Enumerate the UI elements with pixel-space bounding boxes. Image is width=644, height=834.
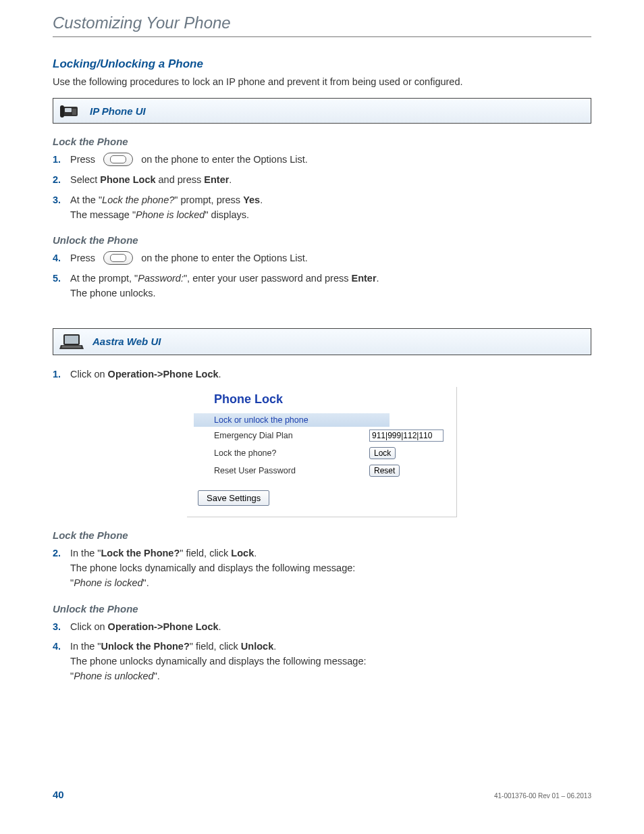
emergency-dial-label: Emergency Dial Plan [214, 431, 369, 440]
step-number: 3. [53, 193, 65, 208]
laptop-icon [59, 332, 84, 352]
step-italic: Phone is locked [74, 577, 142, 588]
step-bold: Unlock [241, 641, 273, 652]
ip-phone-ui-banner: IP Phone UI [53, 98, 591, 124]
step-text: ", enter your user password and press [184, 273, 352, 284]
step-text: The phone unlocks. [70, 286, 591, 301]
step-1: 1. Press on the phone to enter the Optio… [53, 153, 591, 167]
step-text: Click on [70, 621, 108, 632]
web-step-1: 1. Click on Operation->Phone Lock. [53, 367, 591, 382]
options-key-icon [103, 153, 133, 166]
panel-title: Phone Lock [194, 387, 450, 413]
step-2: 2. Select Phone Lock and press Enter. [53, 173, 591, 188]
step-text: " prompt, press [174, 194, 243, 205]
panel-subtitle: Lock or unlock the phone [194, 413, 390, 427]
step-bold: Phone Lock [100, 174, 155, 185]
step-number: 2. [53, 546, 65, 561]
lock-phone-label: Lock the phone? [214, 448, 369, 458]
step-italic: Phone is locked [136, 209, 205, 220]
step-text: Click on [70, 369, 108, 380]
step-number: 4. [53, 251, 65, 266]
step-text: " displays. [205, 209, 249, 220]
reset-password-label: Reset User Password [214, 466, 369, 475]
step-text: Press [70, 154, 95, 165]
page-footer: 40 41-001376-00 Rev 01 – 06.2013 [53, 789, 591, 800]
chapter-title: Customizing Your Phone [53, 14, 591, 37]
svg-rect-2 [60, 105, 64, 118]
reset-password-row: Reset User Password Reset [194, 462, 450, 479]
ip-phone-ui-label: IP Phone UI [90, 105, 146, 117]
web-unlock-heading: Unlock the Phone [53, 603, 591, 615]
step-text: The phone locks dynamically and displays… [70, 561, 591, 576]
step-text: The message " [70, 209, 136, 220]
emergency-dial-input[interactable] [369, 429, 444, 442]
step-text: In the " [70, 548, 101, 558]
lock-button[interactable]: Lock [369, 447, 396, 459]
step-text: " field, click [180, 548, 231, 558]
step-text: ". [143, 577, 149, 588]
step-text: . [260, 194, 263, 205]
web-lock-heading: Lock the Phone [53, 529, 591, 541]
section-heading: Locking/Unlocking a Phone [53, 57, 591, 71]
step-number: 1. [53, 367, 65, 382]
svg-rect-5 [65, 336, 78, 344]
lock-phone-row: Lock the phone? Lock [194, 444, 450, 462]
web-step-3: 3. Click on Operation->Phone Lock. [53, 620, 591, 635]
step-text: . [254, 548, 257, 558]
step-text: . [273, 641, 276, 652]
step-bold: Enter [204, 174, 229, 185]
step-text: Press [70, 253, 95, 263]
step-text: and press [156, 174, 205, 185]
step-text: " field, click [190, 641, 241, 652]
step-4: 4. Press on the phone to enter the Optio… [53, 251, 591, 266]
step-text: on the phone to enter the Options List. [141, 253, 308, 263]
step-bold: Operation->Phone Lock [108, 621, 219, 632]
step-bold: Yes [243, 194, 260, 205]
step-text: The phone unlocks dynamically and displa… [70, 654, 591, 669]
web-step-2: 2. In the "Lock the Phone?" field, click… [53, 546, 591, 590]
step-number: 3. [53, 620, 65, 635]
options-key-icon [103, 251, 133, 265]
step-italic: Lock the phone? [102, 194, 174, 205]
step-text: ". [154, 671, 160, 681]
web-ui-label: Aastra Web UI [92, 336, 161, 347]
svg-rect-3 [72, 109, 76, 115]
step-number: 2. [53, 173, 65, 188]
reset-button[interactable]: Reset [369, 465, 400, 477]
step-text: on the phone to enter the Options List. [141, 154, 308, 165]
web-step-4: 4. In the "Unlock the Phone?" field, cli… [53, 640, 591, 683]
step-italic: Password: [138, 273, 184, 284]
step-text: Select [70, 174, 100, 185]
step-bold: Operation->Phone Lock [108, 369, 219, 380]
svg-rect-6 [62, 346, 81, 348]
lock-phone-heading: Lock the Phone [53, 136, 591, 147]
emergency-dial-row: Emergency Dial Plan [194, 427, 450, 444]
step-number: 1. [53, 153, 65, 167]
step-bold: Enter [352, 273, 377, 284]
step-bold: Unlock the Phone? [101, 641, 189, 652]
svg-rect-1 [65, 108, 72, 112]
step-text: . [219, 369, 221, 380]
page-number: 40 [53, 789, 64, 800]
save-settings-button[interactable]: Save Settings [198, 490, 269, 506]
phone-lock-panel: Phone Lock Lock or unlock the phone Emer… [187, 387, 457, 517]
phone-icon [59, 101, 82, 120]
step-bold: Lock the Phone? [101, 548, 180, 558]
step-text: . [229, 174, 232, 185]
step-text: At the prompt, " [70, 273, 138, 284]
step-text: . [377, 273, 379, 284]
step-text: At the " [70, 194, 102, 205]
step-5: 5. At the prompt, "Password:", enter you… [53, 271, 591, 301]
step-text: . [219, 621, 221, 632]
revision-text: 41-001376-00 Rev 01 – 06.2013 [494, 792, 591, 800]
step-bold: Lock [231, 548, 254, 558]
step-italic: Phone is unlocked [74, 671, 154, 681]
step-text: In the " [70, 641, 101, 652]
step-number: 5. [53, 271, 65, 286]
step-3: 3. At the "Lock the phone?" prompt, pres… [53, 193, 591, 223]
section-intro: Use the following procedures to lock an … [53, 75, 591, 88]
web-ui-banner: Aastra Web UI [53, 328, 591, 355]
unlock-phone-heading: Unlock the Phone [53, 234, 591, 246]
step-number: 4. [53, 640, 65, 654]
